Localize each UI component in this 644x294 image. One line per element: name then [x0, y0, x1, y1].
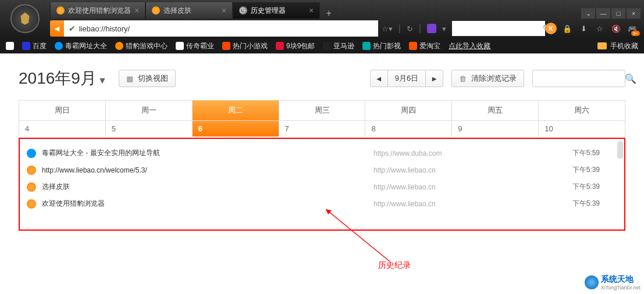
date-cell[interactable]: 6	[192, 121, 279, 137]
bookmark-item[interactable]: 亚马逊	[323, 41, 354, 51]
close-tab-icon[interactable]: ×	[134, 6, 139, 15]
weekday-cell[interactable]: 周二	[192, 101, 279, 120]
history-title: 毒霸网址大全 - 最安全实用的网址导航	[42, 148, 368, 158]
weekday-cell[interactable]: 周五	[451, 101, 538, 120]
browser-tab[interactable]: 选择皮肤×	[145, 2, 233, 19]
history-url: http://www.liebao.cn	[373, 183, 519, 191]
restore-down-button[interactable]: ⌄	[581, 8, 595, 19]
bookmark-item[interactable]: 热门小游戏	[222, 41, 268, 51]
date-cell[interactable]: 4	[19, 121, 105, 137]
favicon-icon	[222, 42, 230, 50]
star-icon[interactable]: ☆▾	[382, 24, 393, 33]
history-row[interactable]: 选择皮肤http://www.liebao.cn下午5:39	[27, 178, 617, 195]
star-toolbar-icon[interactable]: ☆	[594, 23, 606, 34]
date-cell[interactable]: 9	[451, 121, 538, 137]
watermark-url: XiTongTianDi.net	[601, 285, 641, 291]
history-row[interactable]: 毒霸网址大全 - 最安全实用的网址导航https://www.duba.com下…	[27, 145, 617, 162]
history-title: 选择皮肤	[42, 182, 368, 192]
page-header: 2016年9月▼ ▦ 切换视图 ◄ 9月6日 ► 🗑 清除浏览记录 🔍	[19, 67, 625, 89]
bookmark-label: 爱淘宝	[419, 41, 440, 51]
month-title[interactable]: 2016年9月▼	[19, 67, 107, 89]
history-time: 下午5:39	[572, 182, 600, 192]
window-controls: ⌄ — □ ×	[581, 8, 644, 19]
tab-strip: 欢迎使用猎豹浏览器×选择皮肤×历史管理器×	[50, 2, 320, 19]
notification-badge: 9+	[631, 31, 640, 36]
folder-icon	[597, 42, 607, 49]
secure-icon: ✔	[69, 24, 76, 33]
weekday-cell[interactable]: 周三	[279, 101, 365, 120]
minimize-button[interactable]: —	[596, 8, 610, 19]
history-row[interactable]: http://www.liebao.cn/welcome/5.3/http://…	[27, 162, 617, 178]
weekday-cell[interactable]: 周日	[19, 101, 105, 120]
bookmark-item[interactable]: 热门影视	[362, 41, 401, 51]
reload-icon[interactable]: ↻	[407, 24, 413, 33]
bookmark-item[interactable]: 爱淘宝	[409, 41, 440, 51]
weekday-cell[interactable]: 周四	[365, 101, 451, 120]
favicon-icon	[27, 182, 36, 192]
history-row[interactable]: 欢迎使用猎豹浏览器http://www.liebao.cn下午5:39	[27, 195, 617, 212]
toolbar-search-input[interactable]	[456, 24, 543, 33]
history-search-input[interactable]	[538, 74, 625, 83]
maximize-button[interactable]: □	[611, 8, 625, 19]
close-tab-icon[interactable]: ×	[222, 6, 226, 15]
back-button[interactable]: ◄	[50, 20, 64, 37]
bookmark-item[interactable]: 传奇霸业	[176, 41, 214, 51]
search-icon[interactable]: 🔍	[625, 73, 636, 84]
prev-day-button[interactable]: ◄	[370, 70, 388, 87]
favicon-icon	[27, 149, 36, 158]
history-url: http://www.liebao.cn	[373, 200, 519, 208]
scrollbar-thumb[interactable]	[617, 141, 623, 159]
url-box[interactable]: ✔	[64, 20, 378, 37]
weekday-row: 周日周一周二周三周四周五周六	[19, 100, 625, 121]
toggle-view-button[interactable]: ▦ 切换视图	[119, 70, 176, 87]
current-date-button[interactable]: 9月6日	[387, 70, 426, 87]
weekday-cell[interactable]: 周六	[538, 101, 625, 120]
paw-icon[interactable]	[427, 24, 436, 33]
date-cell[interactable]: 5	[105, 121, 192, 137]
mobile-bookmarks-link[interactable]: 手机收藏	[610, 41, 638, 51]
lock-icon[interactable]: 🔒	[561, 23, 573, 34]
k-shield-icon[interactable]: K	[545, 23, 557, 34]
search-box-toolbar[interactable]: 🔍	[452, 21, 545, 36]
date-cell[interactable]: 8	[365, 121, 451, 137]
liebao-logo-icon[interactable]	[10, 4, 40, 33]
bookmark-item[interactable]: 百度	[22, 41, 47, 51]
close-tab-icon[interactable]: ×	[309, 6, 314, 15]
clock-icon	[239, 6, 247, 15]
bookmark-item[interactable]: 猎豹游戏中心	[115, 41, 168, 51]
bookmark-item[interactable]: 9块9包邮	[276, 41, 315, 51]
bookmark-item[interactable]: 毒霸网址大全	[55, 41, 107, 51]
calendar-header: 周日周一周二周三周四周五周六 45678910	[19, 100, 625, 137]
close-window-button[interactable]: ×	[627, 8, 641, 19]
date-nav-group: ◄ 9月6日 ►	[370, 70, 443, 87]
favicon-icon	[55, 42, 63, 50]
clear-history-button[interactable]: 🗑 清除浏览记录	[451, 70, 524, 87]
download-icon[interactable]: ⬇	[578, 23, 589, 34]
browser-logo-area	[0, 0, 50, 19]
history-search-box[interactable]: 🔍	[532, 70, 625, 87]
mute-icon[interactable]: 🔇	[610, 23, 622, 34]
favicon-icon	[176, 42, 184, 50]
favicon-icon	[27, 199, 36, 209]
gamepad-icon[interactable]: 🎮9+	[627, 23, 638, 34]
url-input[interactable]	[79, 24, 373, 33]
browser-tab[interactable]: 欢迎使用猎豹浏览器×	[50, 2, 145, 19]
home-icon[interactable]	[6, 42, 14, 50]
date-cell[interactable]: 7	[279, 121, 365, 137]
browser-tab[interactable]: 历史管理器×	[233, 2, 320, 19]
history-list: 毒霸网址大全 - 最安全实用的网址导航https://www.duba.com下…	[19, 138, 625, 231]
bookmark-label: 亚马逊	[333, 41, 354, 51]
watermark-title: 系统天地	[601, 274, 641, 285]
toolbar-icons: K 🔒 ⬇ ☆ 🔇 🎮9+	[545, 23, 644, 34]
weekday-cell[interactable]: 周一	[105, 101, 192, 120]
date-cell[interactable]: 10	[538, 121, 625, 137]
annotation-label: 历史纪录	[378, 260, 411, 271]
history-url: https://www.duba.com	[373, 149, 519, 157]
import-bookmarks-link[interactable]: 点此导入收藏	[449, 41, 490, 51]
next-day-button[interactable]: ►	[425, 70, 443, 87]
new-tab-button[interactable]: +	[320, 8, 337, 19]
favicon-icon	[115, 42, 123, 50]
dropdown-icon[interactable]: ▾	[442, 24, 446, 33]
trash-icon: 🗑	[459, 74, 467, 83]
history-time: 下午5:59	[572, 148, 600, 158]
